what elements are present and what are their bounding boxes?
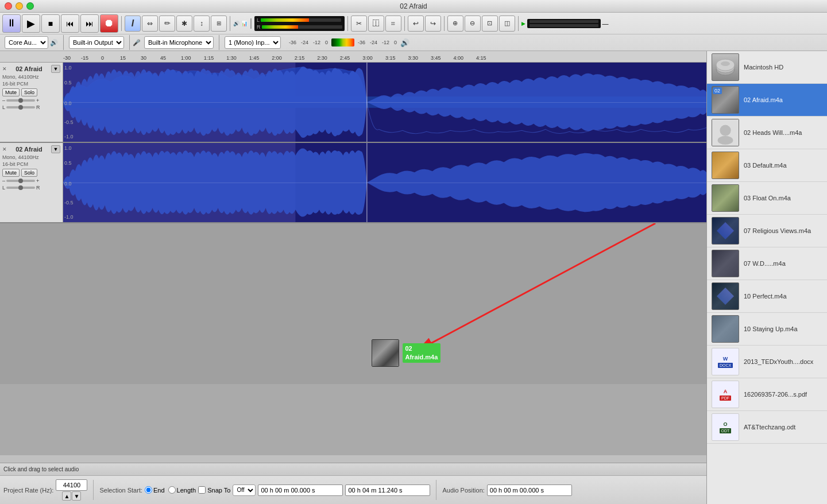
- window-controls[interactable]: [5, 2, 34, 10]
- toolbar-area: ⏸ ▶ ■ ⏮ ⏭ ⏺ I ⇔ ✏ ✱ ↕ ⊞ 🔊 📊 L: [0, 13, 827, 51]
- separator3: [347, 16, 348, 31]
- close-button[interactable]: [5, 2, 12, 10]
- audio-position-input[interactable]: [487, 484, 572, 496]
- sidebar-item-pdf[interactable]: A PDF 162069357-206...s.pdf: [707, 378, 827, 411]
- maximize-button[interactable]: [26, 2, 34, 10]
- paste-tool-button[interactable]: ⌗: [385, 15, 401, 32]
- separator4: [404, 16, 405, 31]
- y-label2-0: 0.0: [64, 181, 72, 187]
- minimize-button[interactable]: [16, 2, 23, 10]
- select-tool-button[interactable]: I: [125, 15, 141, 32]
- sidebar-thumb-hd: [712, 53, 739, 81]
- track2-dropdown-button[interactable]: ▼: [51, 145, 60, 153]
- track1-solo-button[interactable]: Solo: [21, 88, 37, 96]
- status-text: Click and drag to select audio: [3, 466, 79, 472]
- sidebar-item-tedx[interactable]: W DOCX 2013_TEDxYouth....docx: [707, 346, 827, 378]
- snap-to-label[interactable]: Snap To: [198, 486, 230, 494]
- project-rate-input[interactable]: [56, 479, 87, 491]
- snap-to-checkbox[interactable]: [198, 486, 206, 494]
- length-radio-text: Length: [177, 487, 196, 494]
- sep-dd1: [63, 35, 64, 50]
- sidebar-item-religious[interactable]: 07 Religious Views.m4a: [707, 215, 827, 247]
- track1-info: Mono, 44100Hz 16-bit PCM: [2, 74, 60, 87]
- track2-close-button[interactable]: ✕: [2, 146, 7, 152]
- channels-select[interactable]: 1 (Mono) Inp...: [225, 36, 281, 49]
- y-label-1-bot: -1.0: [64, 134, 74, 139]
- length-radio[interactable]: [168, 486, 176, 494]
- y-label2-1-bot: -1.0: [64, 214, 74, 220]
- channels-group: 1 (Mono) Inp...: [222, 36, 283, 49]
- undo-button[interactable]: ↩: [408, 15, 424, 32]
- zoom-in-button[interactable]: ⊕: [447, 15, 463, 32]
- sidebar-item-att[interactable]: O ODT AT&Ttechzang.odt: [707, 411, 827, 444]
- sidebar-item-hd[interactable]: Macintosh HD: [707, 51, 827, 84]
- fit-button[interactable]: ⊡: [482, 15, 498, 32]
- rate-down-button[interactable]: ▼: [72, 491, 81, 501]
- track2-gain-slider[interactable]: [6, 180, 35, 182]
- multi-tool-button[interactable]: ⊞: [211, 15, 227, 32]
- magnify-tool-button[interactable]: ✱: [176, 15, 192, 32]
- sidebar-item-staying[interactable]: 10 Staying Up.m4a: [707, 313, 827, 346]
- track2-solo-button[interactable]: Solo: [21, 169, 37, 177]
- record-button[interactable]: ⏺: [100, 14, 118, 33]
- snap-to-select[interactable]: Off: [233, 484, 256, 496]
- sidebar-item-wd-info: 07 W.D.....m4a: [744, 259, 822, 267]
- track2-pan-slider[interactable]: [6, 187, 35, 189]
- track1-info-line2: 16-bit PCM: [2, 81, 60, 88]
- copy-tool-button[interactable]: ⿰: [368, 15, 384, 32]
- audio-position-label: Audio Position:: [442, 487, 484, 494]
- track1-mute-button[interactable]: Mute: [2, 88, 20, 96]
- track1-dropdown-button[interactable]: ▼: [51, 65, 60, 73]
- redo-button[interactable]: ↪: [425, 15, 441, 32]
- track2-info: Mono, 44100Hz 16-bit PCM: [2, 154, 60, 168]
- input-select[interactable]: Built-in Microphone: [144, 36, 214, 49]
- sidebar-item-default[interactable]: 03 Default.m4a: [707, 149, 827, 182]
- sidebar-item-heads[interactable]: 02 Heads Will....m4a: [707, 117, 827, 149]
- skip-back-button[interactable]: ⏮: [61, 14, 79, 33]
- horizontal-scrollbar[interactable]: [0, 455, 706, 463]
- track1-pan-slider[interactable]: [6, 106, 35, 108]
- end-radio-label[interactable]: End: [145, 486, 165, 494]
- sidebar-item-religious-name: 07 Religious Views.m4a: [744, 227, 822, 235]
- skip-fwd-button[interactable]: ⏭: [80, 14, 99, 33]
- track2-mute-button[interactable]: Mute: [2, 169, 20, 177]
- stop-button[interactable]: ■: [41, 14, 60, 33]
- gain-scale: [331, 38, 354, 46]
- track2-pan-row: L R: [2, 185, 60, 191]
- sidebar-item-float[interactable]: 03 Float On.m4a: [707, 182, 827, 215]
- dragged-file: 02 Afraid.m4a: [372, 339, 441, 367]
- sidebar-item-perfect-info: 10 Perfect.m4a: [744, 292, 822, 300]
- zoom-sel-button[interactable]: ◫: [499, 15, 515, 32]
- zoom-tool-button[interactable]: ⇔: [142, 15, 158, 32]
- sidebar-item-afraid[interactable]: 02 02 Afraid.m4a: [707, 84, 827, 117]
- zoom-out-button[interactable]: ⊖: [465, 15, 481, 32]
- ruler-mark-130: 1:30: [226, 55, 237, 61]
- output-select[interactable]: Built-in Output: [69, 36, 124, 49]
- pause-button[interactable]: ⏸: [2, 14, 21, 33]
- sidebar-item-default-info: 03 Default.m4a: [744, 161, 822, 169]
- track2-controls: ✕ 02 Afraid ▼ Mono, 44100Hz 16-bit PCM M…: [0, 143, 63, 222]
- length-radio-label[interactable]: Length: [168, 486, 196, 494]
- level-meters: 🔊 📊 L R: [233, 16, 345, 31]
- start-value-input[interactable]: [258, 484, 343, 496]
- audio-system-select[interactable]: Core Au...: [5, 36, 48, 49]
- sidebar-thumb-perfect: [712, 282, 739, 310]
- rate-up-button[interactable]: ▲: [62, 491, 71, 501]
- sidebar-item-float-info: 03 Float On.m4a: [744, 194, 822, 202]
- cut-tool-button[interactable]: ✂: [351, 15, 367, 32]
- dragged-file-label: 02 Afraid.m4a: [403, 343, 441, 363]
- pan-left-label1: L: [2, 104, 5, 110]
- sidebar-item-wd[interactable]: 07 W.D.....m4a: [707, 247, 827, 280]
- timeshift-tool-button[interactable]: ↕: [194, 15, 210, 32]
- end-value-input[interactable]: [345, 484, 430, 496]
- play-button[interactable]: ▶: [22, 14, 40, 33]
- volume-icon[interactable]: 🔊: [400, 38, 409, 47]
- output-group: Built-in Output: [67, 36, 126, 49]
- end-radio[interactable]: [145, 486, 152, 494]
- track1-gain-slider[interactable]: [6, 99, 35, 102]
- y-label-1-top: 1.0: [64, 65, 72, 71]
- sidebar-item-pdf-name: 162069357-206...s.pdf: [744, 390, 822, 398]
- draw-tool-button[interactable]: ✏: [159, 15, 175, 32]
- track1-close-button[interactable]: ✕: [2, 66, 7, 72]
- sidebar-item-perfect[interactable]: 10 Perfect.m4a: [707, 280, 827, 313]
